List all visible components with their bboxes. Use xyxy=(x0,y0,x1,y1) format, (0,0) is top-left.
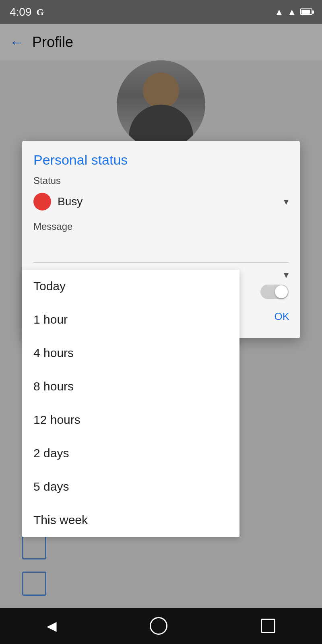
dropdown-list: Today 1 hour 4 hours 8 hours 12 hours 2 … xyxy=(22,270,239,537)
dropdown-item-today[interactable]: Today xyxy=(22,270,239,303)
message-label: Message xyxy=(22,215,300,235)
dropdown-item-thisweek[interactable]: This week xyxy=(22,504,239,537)
dropdown-item-4hours[interactable]: 4 hours xyxy=(22,336,239,370)
dropdown-item-8hours[interactable]: 8 hours xyxy=(22,370,239,403)
wifi-icon: ▲ xyxy=(275,7,283,17)
nav-recents-square xyxy=(261,619,275,633)
status-row[interactable]: Busy ▾ xyxy=(22,189,300,215)
bottom-nav: ◀ xyxy=(0,608,322,644)
status-bar-left: 4:09 G xyxy=(10,6,44,19)
nav-home-circle xyxy=(150,617,167,635)
status-indicator-dot xyxy=(33,193,51,211)
status-dropdown-arrow[interactable]: ▾ xyxy=(284,196,289,207)
status-bar-right: ▲ ▲ xyxy=(275,7,312,17)
dropdown-item-5days[interactable]: 5 days xyxy=(22,470,239,504)
nav-recents-button[interactable] xyxy=(261,619,275,633)
nav-back-button[interactable]: ◀ xyxy=(47,618,57,634)
dropdown-item-2days[interactable]: 2 days xyxy=(22,437,239,470)
dropdown-item-1hour[interactable]: 1 hour xyxy=(22,303,239,336)
battery-icon xyxy=(300,7,312,17)
status-value: Busy xyxy=(58,195,277,208)
duration-dropdown-arrow[interactable]: ▾ xyxy=(284,269,289,281)
app-indicator: G xyxy=(37,7,44,18)
status-bar: 4:09 G ▲ ▲ xyxy=(0,0,322,24)
ok-button[interactable]: OK xyxy=(268,307,296,326)
dialog-title: Personal status xyxy=(22,141,300,172)
toggle-knob xyxy=(275,285,288,298)
signal-icon: ▲ xyxy=(287,7,296,17)
time-display: 4:09 xyxy=(10,6,32,19)
dropdown-item-12hours[interactable]: 12 hours xyxy=(22,403,239,437)
nav-home-button[interactable] xyxy=(150,617,167,635)
message-input-area[interactable] xyxy=(33,235,289,263)
status-label: Status xyxy=(22,172,300,189)
toggle-switch[interactable] xyxy=(260,285,289,299)
